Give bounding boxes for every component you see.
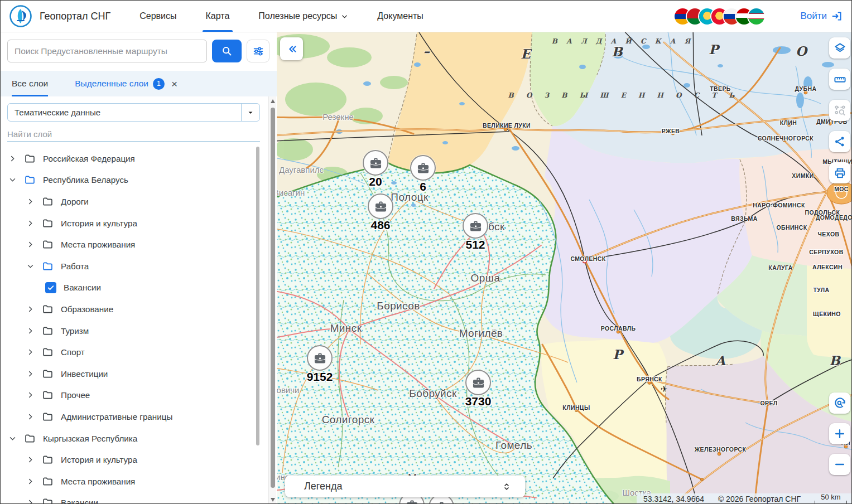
city-label: ДУБНА: [795, 85, 817, 92]
chevron-right-icon[interactable]: [26, 370, 35, 378]
tree-row-4[interactable]: История и культура: [1, 212, 255, 234]
zoom-in-button[interactable]: [829, 423, 850, 444]
checkbox-checked-icon[interactable]: [45, 282, 56, 293]
region-letter: Р: [709, 42, 718, 57]
tab-all-layers[interactable]: Все слои: [12, 71, 48, 96]
tree-node-label: Места проживания: [61, 240, 135, 249]
chevron-right-icon[interactable]: [26, 348, 35, 356]
nav-item-2[interactable]: Карта: [206, 1, 230, 32]
login-button[interactable]: Войти: [800, 11, 843, 22]
tree-row-13[interactable]: Административные границы: [1, 406, 255, 428]
city-label: ЧЕХОВ: [818, 231, 840, 238]
tree-row-17[interactable]: Вакансии: [1, 492, 255, 504]
share-button[interactable]: [829, 131, 850, 152]
scroll-thumb[interactable]: [271, 108, 275, 488]
layer-search-input[interactable]: [7, 127, 260, 142]
chevron-right-icon[interactable]: [26, 305, 35, 313]
search-button[interactable]: [212, 40, 242, 62]
briefcase-icon: [463, 213, 488, 239]
search-input[interactable]: [7, 40, 207, 62]
search-icon: [221, 45, 233, 57]
chevron-right-icon[interactable]: [26, 391, 35, 399]
nav-item-1[interactable]: Сервисы: [139, 1, 176, 32]
selected-count-badge: 1: [153, 78, 165, 90]
tree-row-12[interactable]: Прочее: [1, 385, 255, 406]
tree-row-1[interactable]: Российская Федерация: [1, 148, 255, 169]
chevron-down-icon[interactable]: [8, 176, 17, 184]
tree-row-8[interactable]: Образование: [1, 298, 255, 320]
city-label: КЛИН: [780, 119, 797, 126]
city-label: ЩЕКИНО: [813, 311, 841, 317]
select-caret-box[interactable]: [241, 104, 259, 121]
briefcase-icon: [363, 150, 388, 176]
city-label: овичи: [277, 385, 299, 395]
layers-button[interactable]: [829, 37, 850, 59]
layers-icon: [834, 42, 846, 55]
tree-row-15[interactable]: История и культура: [1, 449, 255, 471]
tree-node-label: Инвестиции: [61, 369, 108, 379]
filter-button[interactable]: [247, 40, 269, 62]
category-select[interactable]: Тематические данные: [7, 103, 260, 122]
tree-scrollbar[interactable]: [256, 147, 259, 445]
tree-row-5[interactable]: Места проживания: [1, 234, 255, 255]
chevron-right-icon[interactable]: [26, 413, 35, 421]
chevron-right-icon[interactable]: [26, 477, 35, 486]
chevron-right-icon[interactable]: [26, 240, 35, 249]
region-letter: О: [796, 43, 807, 59]
city-label: АЛЕКСИН: [812, 264, 843, 270]
nav-item-4[interactable]: Документы: [377, 1, 423, 32]
cluster-count: 486: [370, 219, 390, 232]
country-flags: [673, 8, 764, 25]
tree-row-6[interactable]: Работа: [1, 255, 255, 277]
sidebar-scrollbar[interactable]: [268, 96, 276, 504]
city-label: МОС: [834, 186, 849, 192]
tree-node-label: Республика Беларусь: [43, 175, 128, 185]
folder-icon: [42, 239, 54, 250]
tab-selected-layers[interactable]: Выделенные слои 1: [75, 71, 165, 96]
tree-row-2[interactable]: Республика Беларусь: [1, 169, 255, 191]
share-icon: [834, 135, 846, 148]
zoom-out-button[interactable]: [829, 454, 850, 475]
terrain-label: В О З В Ы Ш Е Н Н О С Т Ь: [508, 91, 740, 99]
chevron-right-icon[interactable]: [26, 219, 35, 227]
chevron-down-icon[interactable]: [8, 434, 17, 443]
scale-bar: 50 km: [815, 495, 847, 504]
close-selected-icon[interactable]: ×: [171, 79, 177, 89]
collapse-sidebar-button[interactable]: [280, 37, 303, 60]
tree-row-11[interactable]: Инвестиции: [1, 363, 255, 385]
map-canvas[interactable]: ✈ В А Л Д А Й С К А ЯВ О З В Ы Ш Е Н Н О…: [277, 32, 852, 504]
scroll-up-arrow[interactable]: [271, 99, 275, 103]
flag-uzbekistan-icon[interactable]: [748, 8, 764, 25]
plus-icon: [834, 428, 846, 440]
tree-row-16[interactable]: Места проживания: [1, 471, 255, 492]
legend-expand-icon[interactable]: [502, 482, 525, 492]
select-area-button[interactable]: [829, 100, 850, 121]
tree-row-9[interactable]: Туризм: [1, 320, 255, 342]
tree-row-7[interactable]: Вакансии: [1, 277, 255, 299]
scroll-down-arrow[interactable]: [271, 498, 275, 502]
print-button[interactable]: [829, 162, 850, 183]
tree-row-10[interactable]: Спорт: [1, 341, 255, 363]
tree-node-label: История и культура: [61, 219, 137, 228]
city-label: СМОЛЕНСК: [570, 255, 605, 262]
layer-tabs: Все слои Выделенные слои 1 ×: [1, 71, 277, 96]
folder-open-icon: [24, 174, 36, 186]
tree-row-14[interactable]: Кыргызская Республика: [1, 428, 255, 449]
tree-row-3[interactable]: Дороги: [1, 191, 255, 212]
legend-panel[interactable]: Легенда: [285, 476, 525, 497]
chevron-right-icon[interactable]: [26, 197, 35, 206]
chevron-down-icon[interactable]: [26, 262, 35, 270]
nav-item-3[interactable]: Полезные ресурсы: [258, 1, 348, 32]
city-label: ТУЛА: [813, 287, 829, 293]
cursor-coordinates: 53.3142, 34.9664: [643, 495, 704, 503]
region-letter: Е: [521, 46, 531, 61]
chevron-right-icon[interactable]: [26, 498, 35, 504]
svg-text:✈: ✈: [661, 384, 668, 394]
chevron-right-icon[interactable]: [26, 455, 35, 464]
chevron-right-icon[interactable]: [26, 327, 35, 335]
chevron-right-icon[interactable]: [8, 154, 17, 163]
folder-icon: [42, 217, 54, 229]
measure-button[interactable]: [829, 69, 850, 90]
folder-icon: [42, 368, 54, 380]
locate-search-button[interactable]: [829, 392, 850, 414]
